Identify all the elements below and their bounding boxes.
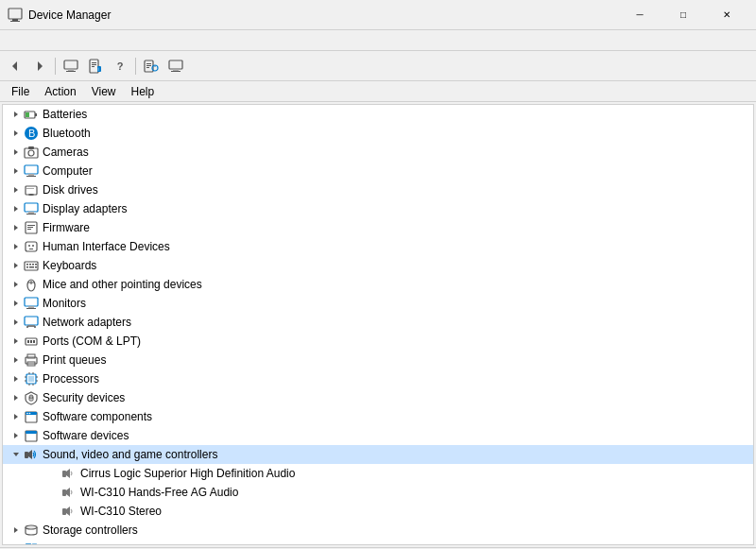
- tree-item-mice[interactable]: Mice and other pointing devices: [3, 275, 753, 294]
- tree-item-cameras[interactable]: Cameras: [3, 143, 753, 162]
- tree-item-keyboards[interactable]: Keyboards: [3, 256, 753, 275]
- expand-icon-human-interface: [10, 241, 22, 252]
- menu-file[interactable]: File: [4, 83, 37, 100]
- tree-item-disk-drives[interactable]: Disk drives: [3, 180, 753, 199]
- tree-label-cameras: Cameras: [43, 146, 89, 159]
- expand-icon-sound-video: [10, 449, 22, 460]
- tree-child-cirrus-logic[interactable]: Cirrus Logic Superior High Definition Au…: [3, 464, 753, 483]
- svg-rect-82: [30, 340, 32, 343]
- minimize-button[interactable]: ─: [618, 0, 662, 30]
- menu-view[interactable]: View: [84, 83, 124, 100]
- properties-button[interactable]: i: [84, 55, 107, 77]
- title-bar: Device Manager ─ □ ✕: [0, 0, 756, 30]
- svg-rect-81: [27, 340, 29, 343]
- tree-item-display-adapters[interactable]: Display adapters: [3, 199, 753, 218]
- tree-item-network-adapters[interactable]: Network adapters: [3, 313, 753, 332]
- tree-item-system-devices[interactable]: System devices: [3, 540, 753, 545]
- back-button[interactable]: [4, 55, 26, 77]
- tree-label-display-adapters: Display adapters: [43, 202, 127, 215]
- window-title: Device Manager: [28, 9, 618, 22]
- toolbar-separator-2: [135, 58, 136, 75]
- tree-item-batteries[interactable]: Batteries: [3, 105, 753, 124]
- svg-rect-37: [26, 176, 36, 177]
- software-icon: [24, 409, 39, 424]
- tree-item-print-queues[interactable]: Print queues: [3, 351, 753, 369]
- tree-item-storage-controllers[interactable]: Storage controllers: [3, 521, 753, 540]
- svg-marker-84: [14, 357, 18, 363]
- svg-rect-64: [35, 266, 37, 268]
- svg-rect-117: [62, 508, 66, 515]
- tree-item-monitors[interactable]: Monitors: [3, 294, 753, 313]
- svg-point-106: [29, 413, 31, 415]
- svg-rect-36: [28, 174, 34, 176]
- forward-button[interactable]: [28, 55, 51, 77]
- expand-icon-keyboards: [10, 260, 22, 271]
- svg-marker-110: [13, 453, 19, 456]
- svg-rect-124: [32, 543, 37, 545]
- expand-icon-cameras: [10, 146, 22, 158]
- tree-label-storage-controllers: Storage controllers: [43, 523, 138, 537]
- help-button[interactable]: ?: [109, 55, 131, 77]
- expand-icon-wi-c310-ag: [48, 487, 60, 498]
- svg-rect-45: [26, 214, 36, 214]
- expand-icon-display-adapters: [10, 203, 22, 214]
- svg-rect-61: [35, 264, 37, 266]
- mouse-icon: [24, 277, 39, 292]
- tree-label-bluetooth: Bluetooth: [43, 127, 91, 140]
- svg-rect-33: [28, 146, 34, 149]
- update-driver-button[interactable]: [140, 55, 163, 77]
- tree-item-bluetooth[interactable]: BBluetooth: [3, 124, 753, 143]
- processor-icon: [24, 371, 39, 386]
- tree-item-ports[interactable]: Ports (COM & LPT): [3, 332, 753, 351]
- tree-label-ports: Ports (COM & LPT): [43, 335, 141, 348]
- svg-rect-113: [62, 471, 66, 477]
- computer-button[interactable]: [60, 55, 82, 77]
- tree-label-wi-c310-ag: WI-C310 Hands-Free AG Audio: [80, 486, 238, 499]
- tree-label-computer: Computer: [43, 164, 93, 178]
- tree-item-computer[interactable]: Computer: [3, 162, 753, 180]
- svg-rect-22: [171, 71, 180, 72]
- svg-rect-48: [27, 225, 35, 226]
- svg-marker-112: [28, 450, 32, 459]
- tree-label-human-interface: Human Interface Devices: [43, 240, 170, 253]
- expand-icon-disk-drives: [10, 184, 22, 196]
- tree-item-processors[interactable]: Processors: [3, 369, 753, 388]
- sound-icon: [24, 447, 39, 462]
- svg-marker-27: [14, 130, 18, 136]
- svg-rect-9: [92, 62, 96, 63]
- menu-action[interactable]: Action: [37, 83, 83, 100]
- svg-rect-20: [169, 60, 182, 69]
- svg-marker-56: [14, 263, 18, 268]
- svg-marker-46: [14, 225, 18, 231]
- tree-label-monitors: Monitors: [43, 297, 86, 310]
- expand-icon-monitors: [10, 298, 22, 309]
- svg-rect-1: [12, 19, 18, 21]
- tree-label-system-devices: System devices: [43, 542, 122, 545]
- svg-rect-60: [32, 264, 34, 266]
- expand-icon-wi-c310-stereo: [48, 506, 60, 517]
- tree-label-disk-drives: Disk drives: [43, 183, 98, 197]
- tree-item-software-components[interactable]: Software components: [3, 407, 753, 426]
- tree-item-sound-video[interactable]: Sound, video and game controllers: [3, 445, 753, 464]
- svg-rect-35: [25, 165, 38, 174]
- svg-rect-71: [28, 306, 34, 308]
- tree-item-security-devices[interactable]: Security devices: [3, 388, 753, 407]
- svg-rect-15: [146, 63, 151, 64]
- device-tree[interactable]: BatteriesBBluetoothCamerasComputerDisk d…: [2, 104, 754, 545]
- svg-rect-41: [26, 188, 34, 189]
- svg-rect-83: [33, 340, 35, 343]
- window-controls: ─ □ ✕: [618, 0, 748, 30]
- tree-item-software-devices[interactable]: Software devices: [3, 426, 753, 445]
- tree-child-wi-c310-ag[interactable]: WI-C310 Hands-Free AG Audio: [3, 483, 753, 502]
- tree-child-wi-c310-stereo[interactable]: WI-C310 Stereo: [3, 502, 753, 521]
- tree-item-human-interface[interactable]: Human Interface Devices: [3, 237, 753, 256]
- expand-icon-batteries: [10, 109, 22, 120]
- svg-rect-16: [146, 65, 151, 66]
- tree-item-firmware[interactable]: Firmware: [3, 218, 753, 237]
- expand-icon-processors: [10, 373, 22, 385]
- svg-marker-42: [14, 206, 18, 212]
- maximize-button[interactable]: □: [662, 0, 705, 30]
- close-button[interactable]: ✕: [705, 0, 748, 30]
- display-button[interactable]: [164, 55, 187, 77]
- menu-help[interactable]: Help: [124, 83, 163, 100]
